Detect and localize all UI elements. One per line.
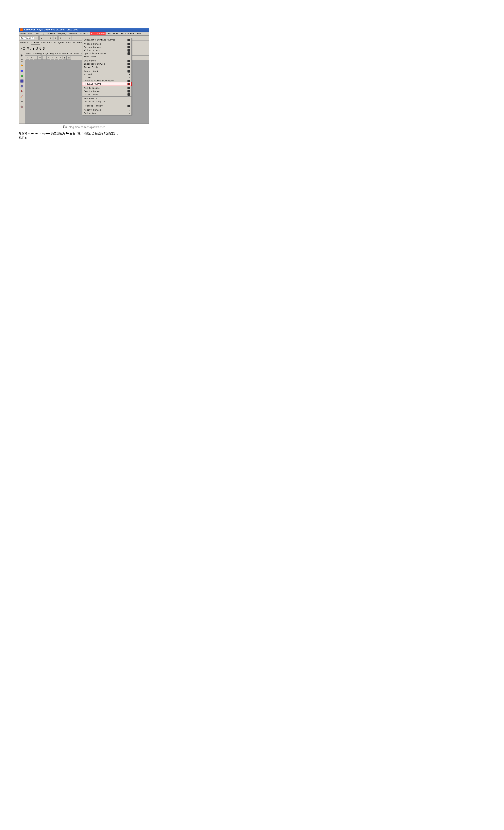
tool-lasso[interactable]: [20, 58, 24, 63]
toolbar-btn-3[interactable]: ▪: [44, 36, 48, 40]
shape-spiral[interactable]: ℨ: [36, 47, 38, 51]
menu-item-move-seam[interactable]: Move Seam: [83, 55, 131, 58]
vp-btn-4[interactable]: ⬡: [38, 56, 42, 60]
shape-s[interactable]: Ƨ: [39, 47, 41, 51]
vp-btn-9[interactable]: ⊡: [59, 56, 62, 60]
menu-item-cv-hardness[interactable]: CV Hardness: [83, 93, 131, 96]
vp-menu-panels[interactable]: Panels: [74, 53, 82, 55]
shape-n[interactable]: N: [27, 47, 29, 51]
vp-menu-lighting[interactable]: Lighting: [43, 53, 54, 55]
vp-btn-6[interactable]: ⊙: [46, 56, 50, 60]
menu-sub[interactable]: Sub: [136, 32, 141, 35]
menu-item-open-close-curves[interactable]: Open/Close Curves: [83, 52, 131, 55]
menu-create[interactable]: Create: [46, 32, 55, 35]
menu-item-extend[interactable]: Extend ▶: [83, 73, 131, 76]
menu-item-modify-curves[interactable]: Modify Curves ▶: [83, 108, 131, 111]
vp-menu-show[interactable]: Show: [55, 53, 60, 55]
shape-circle[interactable]: ○: [20, 47, 22, 51]
tab-general[interactable]: General: [20, 41, 30, 44]
menu-display[interactable]: Display: [57, 32, 67, 35]
toolbar-btn-8[interactable]: ◉: [68, 36, 72, 40]
menu-item-selection[interactable]: Selection ▶: [83, 111, 131, 115]
tool-paint[interactable]: [20, 63, 24, 68]
svg-point-2: [22, 61, 22, 62]
menu-edit-nurbs[interactable]: Edit NURBS: [120, 32, 135, 35]
shape-s2[interactable]: S: [43, 47, 45, 51]
menu-item-cut-curve[interactable]: Cut Curve: [83, 59, 131, 62]
menu-item-align-curves[interactable]: Align Curves: [83, 49, 131, 52]
svg-line-12: [22, 92, 23, 93]
tool-rotate[interactable]: [20, 73, 24, 78]
tab-polygons[interactable]: Polygons: [53, 41, 65, 44]
menu-modify[interactable]: Modify: [36, 32, 45, 35]
tool-select[interactable]: [20, 53, 24, 58]
tool-transform[interactable]: [20, 84, 24, 89]
tab-subdivs[interactable]: Subdivs: [65, 41, 76, 44]
shape-curve2[interactable]: ɾ: [33, 47, 35, 51]
vp-menu-view[interactable]: View: [26, 53, 31, 55]
menu-item-insert-knot[interactable]: Insert Knot: [83, 70, 131, 73]
menu-item-fit-bspline[interactable]: Fit B-spline: [83, 87, 131, 90]
tab-curves[interactable]: Curves: [31, 41, 40, 44]
window-title: Autodesk Maya 2009 Unlimited: untitled: [24, 28, 78, 31]
vp-btn-2[interactable]: ⊠: [30, 56, 33, 60]
edit-curves-dropdown[interactable]: Duplicate Surface Curves Attach Curves D…: [82, 38, 132, 115]
menu-bar[interactable]: File Edit Modify Create Display Window A…: [19, 32, 149, 36]
item-icon: [127, 46, 130, 49]
menu-surfaces[interactable]: Surfaces: [107, 32, 119, 35]
vp-btn-1[interactable]: ✦: [26, 56, 29, 60]
description-line1: 然后将 number or spans 的值更改为 10 左右（这个根据自己曲线…: [19, 131, 149, 135]
tool-move[interactable]: [20, 68, 24, 73]
item-label: Add Points Tool: [84, 97, 130, 100]
menu-item-attach-curves[interactable]: Attach Curves: [83, 42, 131, 46]
item-icon: [127, 93, 130, 96]
toolbar-btn-2[interactable]: ▬: [39, 36, 43, 40]
shape-curve1[interactable]: ɾ: [30, 47, 32, 51]
vp-btn-3[interactable]: ✓: [34, 56, 37, 60]
toolbar-btn-6[interactable]: ⊡: [58, 36, 62, 40]
menu-item-add-points-tool[interactable]: Add Points Tool: [83, 97, 131, 100]
vp-btn-5[interactable]: ◈: [42, 56, 46, 60]
shape-square[interactable]: □: [23, 47, 25, 51]
menu-item-intersect-curves[interactable]: Intersect Curves: [83, 62, 131, 66]
figure-caption: 图4 blog.sina.com.cn/qiaoxixi0501: [62, 125, 106, 129]
toolbar-btn-5[interactable]: ⊞: [54, 36, 58, 40]
menu-item-rebuild-curve[interactable]: Rebuild Curve: [83, 83, 131, 86]
surfaces-dropdown[interactable]: Surfaces ▼: [20, 37, 34, 40]
menu-item-project-tangent[interactable]: Project Tangent: [83, 104, 131, 107]
tool-special1[interactable]: [20, 89, 24, 94]
tool-scale[interactable]: [20, 78, 24, 84]
menu-item-smooth-curve[interactable]: Smooth Curve: [83, 90, 131, 93]
menu-item-detach-curves[interactable]: Detach Curves: [83, 46, 131, 49]
toolbar-btn-1[interactable]: ✦: [35, 36, 38, 40]
tool-special2[interactable]: [20, 94, 24, 99]
menu-item-duplicate-surface-curves[interactable]: Duplicate Surface Curves: [83, 38, 131, 41]
divider-7: [83, 108, 131, 108]
menu-window[interactable]: Window: [69, 32, 78, 35]
tab-surfaces[interactable]: Surfaces: [41, 41, 52, 44]
figure-url: blog.sina.com.cn/qiaoxixi0501: [69, 126, 106, 129]
menu-edit[interactable]: Edit: [28, 32, 34, 35]
vp-btn-11[interactable]: ◫: [67, 56, 71, 60]
item-label: Insert Knot: [84, 70, 127, 72]
vp-btn-7[interactable]: ○: [51, 56, 54, 60]
toolbar-btn-4[interactable]: ▷: [49, 36, 53, 40]
menu-file[interactable]: File: [20, 32, 26, 35]
dropdown-arrow-icon: ▼: [32, 37, 33, 39]
menu-item-curve-editing-tool[interactable]: Curve Editing Tool: [83, 100, 131, 103]
menu-item-reverse-curve-direction[interactable]: Reverse Curve Direction: [83, 79, 131, 83]
submenu-arrow-icon: ▶: [129, 73, 130, 76]
tool-nurbs[interactable]: N: [20, 99, 24, 104]
vp-menu-renderer[interactable]: Renderer: [62, 53, 72, 55]
vp-btn-10[interactable]: ◧: [63, 56, 67, 60]
svg-marker-0: [21, 54, 23, 57]
vp-btn-8[interactable]: ⊞: [55, 56, 58, 60]
item-label: Attach Curves: [84, 43, 127, 45]
vp-menu-shading[interactable]: Shading: [32, 53, 41, 55]
menu-item-offset[interactable]: Offset ▶: [83, 76, 131, 79]
menu-item-curve-fillet[interactable]: Curve Fillet: [83, 66, 131, 69]
menu-edit-curves[interactable]: Edit Curves: [90, 32, 105, 35]
tool-diamond[interactable]: [20, 104, 24, 109]
menu-assets[interactable]: Assets: [80, 32, 89, 35]
toolbar-btn-7[interactable]: ◈: [63, 36, 67, 40]
